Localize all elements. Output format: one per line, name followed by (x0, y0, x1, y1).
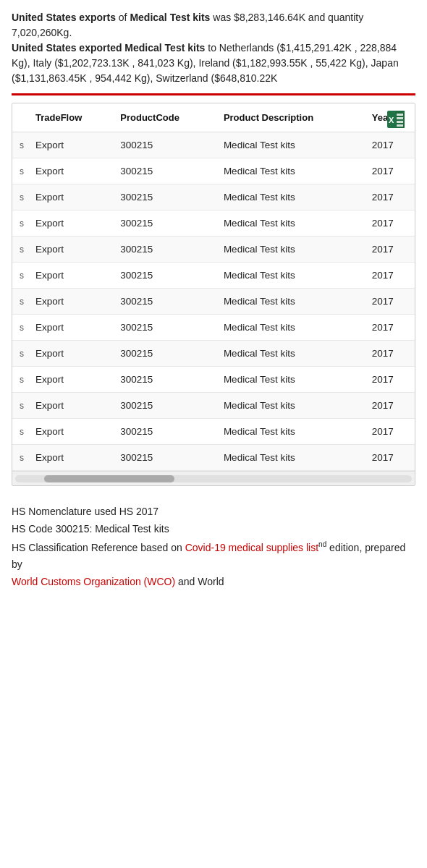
col-header-description: Product Description (218, 103, 366, 132)
footer-section: HS Nomenclature used HS 2017 HS Code 300… (0, 493, 427, 603)
table-row: sExport300215Medical Test kits2017 (12, 393, 415, 419)
table-row: sExport300215Medical Test kits2017 (12, 367, 415, 393)
cell-year: 2017 (366, 445, 415, 471)
col-header-productcode: ProductCode (114, 103, 218, 132)
cell-tradeflow: Export (30, 237, 114, 263)
cell-tradeflow: Export (30, 315, 114, 341)
cell-productcode: 300215 (114, 367, 218, 393)
scrollbar-thumb[interactable] (44, 475, 174, 482)
excel-export-icon[interactable]: X (386, 109, 406, 129)
footer-line-2: HS Code 300215: Medical Test kits (12, 521, 415, 538)
table-row: sExport300215Medical Test kits2017 (12, 315, 415, 341)
cell-productcode: 300215 (114, 289, 218, 315)
summary-section: United States exports of Medical Test ki… (0, 0, 427, 93)
svg-rect-6 (397, 124, 403, 127)
cell-s: s (12, 184, 30, 210)
cell-s: s (12, 132, 30, 158)
cell-tradeflow: Export (30, 132, 114, 158)
cell-year: 2017 (366, 158, 415, 184)
cell-productcode: 300215 (114, 419, 218, 445)
cell-description: Medical Test kits (218, 289, 366, 315)
footer-line-3: HS Classification Reference based on Cov… (12, 538, 415, 574)
cell-productcode: 300215 (114, 445, 218, 471)
cell-s: s (12, 367, 30, 393)
cell-tradeflow: Export (30, 341, 114, 367)
cell-description: Medical Test kits (218, 445, 366, 471)
cell-s: s (12, 445, 30, 471)
svg-rect-4 (397, 117, 403, 119)
cell-year: 2017 (366, 237, 415, 263)
svg-rect-3 (397, 114, 403, 116)
table-scroll-area[interactable]: TradeFlow ProductCode Product Descriptio… (12, 103, 415, 471)
cell-productcode: 300215 (114, 341, 218, 367)
cell-tradeflow: Export (30, 419, 114, 445)
red-divider (12, 93, 415, 95)
cell-productcode: 300215 (114, 237, 218, 263)
cell-tradeflow: Export (30, 184, 114, 210)
cell-description: Medical Test kits (218, 210, 366, 237)
cell-tradeflow: Export (30, 367, 114, 393)
cell-description: Medical Test kits (218, 132, 366, 158)
cell-description: Medical Test kits (218, 237, 366, 263)
cell-year: 2017 (366, 393, 415, 419)
svg-rect-5 (397, 121, 403, 123)
cell-tradeflow: Export (30, 445, 114, 471)
cell-description: Medical Test kits (218, 184, 366, 210)
cell-tradeflow: Export (30, 289, 114, 315)
col-header-tradeflow: TradeFlow (30, 103, 114, 132)
cell-productcode: 300215 (114, 158, 218, 184)
cell-year: 2017 (366, 419, 415, 445)
table-header-row: TradeFlow ProductCode Product Descriptio… (12, 103, 415, 132)
footer-line-4: World Customs Organization (WCO) and Wor… (12, 574, 415, 591)
cell-year: 2017 (366, 367, 415, 393)
table-row: sExport300215Medical Test kits2017 (12, 341, 415, 367)
cell-s: s (12, 210, 30, 237)
wco-link[interactable]: World Customs Organization (WCO) (12, 576, 175, 587)
scrollbar-track[interactable] (15, 475, 412, 482)
cell-s: s (12, 419, 30, 445)
cell-year: 2017 (366, 184, 415, 210)
cell-description: Medical Test kits (218, 419, 366, 445)
cell-description: Medical Test kits (218, 341, 366, 367)
table-row: sExport300215Medical Test kits2017 (12, 419, 415, 445)
summary-bold-exported: United States exported Medical Test kits (12, 42, 205, 54)
cell-productcode: 300215 (114, 132, 218, 158)
table-row: sExport300215Medical Test kits2017 (12, 237, 415, 263)
footer-line-1: HS Nomenclature used HS 2017 (12, 503, 415, 521)
cell-productcode: 300215 (114, 184, 218, 210)
cell-s: s (12, 263, 30, 289)
data-table-container: X TradeFlow ProductCode Product Descript… (12, 103, 415, 486)
cell-s: s (12, 315, 30, 341)
summary-bold-exports: United States exports (12, 12, 116, 23)
summary-product-1: Medical Test kits (130, 12, 210, 23)
table-row: sExport300215Medical Test kits2017 (12, 158, 415, 184)
table-row: sExport300215Medical Test kits2017 (12, 263, 415, 289)
cell-description: Medical Test kits (218, 393, 366, 419)
horizontal-scrollbar[interactable] (12, 471, 415, 485)
cell-tradeflow: Export (30, 158, 114, 184)
cell-year: 2017 (366, 341, 415, 367)
cell-s: s (12, 393, 30, 419)
covid-supplies-link[interactable]: Covid-19 medical supplies list (185, 541, 318, 553)
table-row: sExport300215Medical Test kits2017 (12, 184, 415, 210)
cell-year: 2017 (366, 289, 415, 315)
cell-tradeflow: Export (30, 393, 114, 419)
footer-and-world: and World (175, 576, 224, 587)
cell-year: 2017 (366, 315, 415, 341)
cell-s: s (12, 158, 30, 184)
table-row: sExport300215Medical Test kits2017 (12, 289, 415, 315)
cell-s: s (12, 289, 30, 315)
svg-text:X: X (389, 116, 394, 124)
cell-year: 2017 (366, 263, 415, 289)
cell-s: s (12, 237, 30, 263)
col-header-s (12, 103, 30, 132)
results-table: TradeFlow ProductCode Product Descriptio… (12, 103, 415, 471)
superscript-nd: nd (318, 540, 326, 548)
cell-year: 2017 (366, 210, 415, 237)
table-row: sExport300215Medical Test kits2017 (12, 132, 415, 158)
footer-ref-pre: HS Classification Reference based on (12, 541, 185, 553)
cell-description: Medical Test kits (218, 367, 366, 393)
cell-productcode: 300215 (114, 393, 218, 419)
cell-description: Medical Test kits (218, 158, 366, 184)
cell-productcode: 300215 (114, 263, 218, 289)
